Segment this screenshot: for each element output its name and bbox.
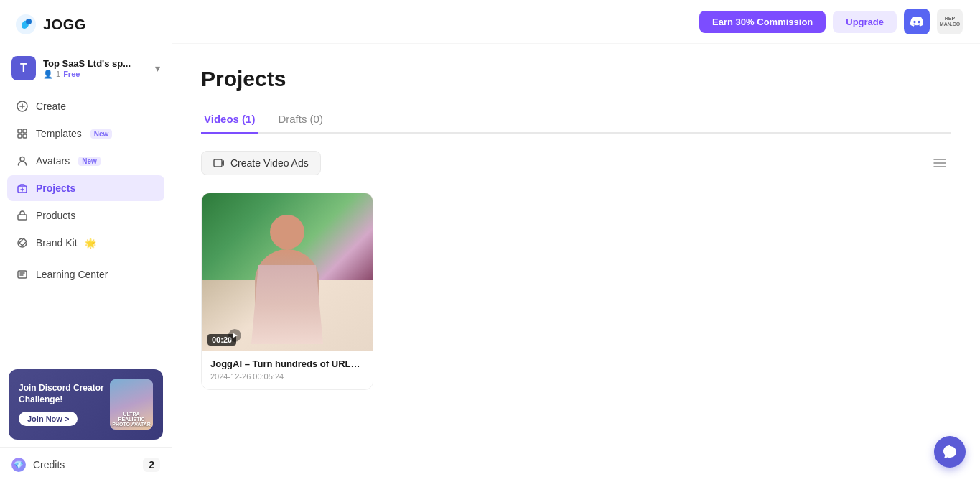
video-thumbnail: 00:20 — [202, 193, 373, 351]
sidebar-item-brand-kit[interactable]: Brand Kit 🌟 — [7, 230, 164, 256]
svg-rect-6 — [23, 134, 27, 138]
video-play-button[interactable] — [228, 328, 242, 346]
promo-button-label: Join Now > — [27, 414, 69, 423]
tabs-bar: Videos (1) Drafts (0) — [201, 106, 951, 134]
earn-commission-button[interactable]: Earn 30% Commission — [699, 11, 826, 33]
svg-point-1 — [26, 19, 32, 24]
logo-area[interactable]: JOGG — [0, 0, 172, 49]
video-info: JoggAI – Turn hundreds of URLs int... 20… — [202, 351, 373, 389]
app-name: JOGG — [43, 17, 86, 33]
workspace-avatar: T — [11, 56, 36, 80]
sidebar-item-products[interactable]: Products — [7, 203, 164, 228]
svg-rect-4 — [23, 129, 27, 133]
promo-title: Join Discord Creator Challenge! — [19, 383, 104, 405]
svg-rect-11 — [214, 159, 222, 167]
sidebar-item-projects[interactable]: Projects — [7, 175, 164, 201]
svg-rect-3 — [18, 129, 22, 133]
user-avatar-button[interactable]: REPMAN.CO — [937, 9, 963, 34]
video-grid: 00:20 JoggAI – Turn hundreds of URLs int… — [201, 193, 951, 390]
avatars-icon — [16, 154, 29, 167]
topbar: Earn 30% Commission Upgrade REPMAN.CO — [172, 0, 980, 44]
avatars-new-badge: New — [78, 157, 101, 166]
upgrade-button[interactable]: Upgrade — [833, 11, 897, 33]
plan-tag: Free — [63, 70, 80, 78]
sidebar-item-templates[interactable]: Templates New — [7, 121, 164, 147]
workspace-info: Top SaaS Ltd's sp... 👤 1 Free — [43, 58, 148, 79]
sidebar-item-avatars[interactable]: Avatars New — [7, 148, 164, 174]
page-title: Projects — [201, 67, 951, 91]
sidebar-item-create-label: Create — [36, 101, 66, 112]
workspace-chevron-icon: ▾ — [155, 62, 160, 74]
video-date: 2024-12-26 00:05:24 — [210, 372, 364, 381]
sidebar-item-products-label: Products — [36, 210, 75, 221]
svg-rect-10 — [18, 271, 27, 278]
credits-bar[interactable]: 💎 Credits 2 — [0, 447, 172, 482]
projects-icon — [16, 182, 29, 195]
learning-center-icon — [16, 268, 29, 281]
sidebar-item-avatars-label: Avatars — [36, 155, 70, 167]
tab-drafts[interactable]: Drafts (0) — [275, 106, 326, 134]
templates-new-badge: New — [90, 129, 113, 139]
sidebar-item-projects-label: Projects — [36, 182, 75, 194]
svg-rect-5 — [18, 134, 22, 138]
discord-button[interactable] — [904, 9, 930, 34]
workspace-badge: 👤 1 Free — [43, 70, 148, 79]
video-ads-icon — [213, 157, 225, 169]
toolbar: Create Video Ads — [201, 151, 951, 175]
jogg-logo-icon — [14, 13, 37, 36]
brand-kit-badge: 🌟 — [85, 238, 96, 249]
member-count: 1 — [56, 70, 60, 78]
promo-content: Join Discord Creator Challenge! Join Now… — [19, 383, 104, 425]
sidebar-item-brand-kit-label: Brand Kit — [36, 237, 78, 249]
svg-rect-9 — [18, 215, 27, 220]
sidebar-item-learning-center-label: Learning Center — [36, 269, 108, 280]
chat-button[interactable] — [934, 436, 966, 468]
members-icon: 👤 — [43, 70, 53, 79]
create-video-ads-button[interactable]: Create Video Ads — [201, 151, 321, 175]
workspace-name: Top SaaS Ltd's sp... — [43, 58, 148, 69]
workspace-selector[interactable]: T Top SaaS Ltd's sp... 👤 1 Free ▾ — [0, 49, 172, 88]
content-area: Projects Videos (1) Drafts (0) Create Vi… — [172, 44, 980, 482]
sidebar-item-learning-center[interactable]: Learning Center — [7, 261, 164, 287]
credits-count: 2 — [143, 458, 160, 472]
discord-promo-banner[interactable]: Join Discord Creator Challenge! Join Now… — [9, 369, 163, 440]
video-title: JoggAI – Turn hundreds of URLs int... — [210, 358, 364, 369]
promo-image: ULTRA REALISTIC PHOTO AVATAR — [110, 379, 153, 430]
video-card[interactable]: 00:20 JoggAI – Turn hundreds of URLs int… — [201, 193, 373, 390]
create-video-button-label: Create Video Ads — [230, 157, 309, 169]
main-content: Earn 30% Commission Upgrade REPMAN.CO Pr… — [172, 0, 980, 482]
templates-icon — [16, 127, 29, 140]
svg-point-7 — [20, 157, 24, 162]
promo-join-button[interactable]: Join Now > — [19, 412, 78, 426]
credits-icon: 💎 — [11, 458, 26, 472]
products-icon — [16, 209, 29, 222]
tab-videos[interactable]: Videos (1) — [201, 106, 258, 134]
sidebar-item-templates-label: Templates — [36, 128, 82, 139]
view-toggle-button[interactable] — [928, 152, 951, 175]
credits-label: Credits — [33, 459, 136, 471]
create-icon — [16, 100, 29, 113]
sidebar: JOGG T Top SaaS Ltd's sp... 👤 1 Free ▾ C… — [0, 0, 172, 482]
brand-kit-icon — [16, 236, 29, 249]
nav-section: Create Templates New Avatars — [0, 88, 172, 362]
sidebar-item-create[interactable]: Create — [7, 93, 164, 119]
